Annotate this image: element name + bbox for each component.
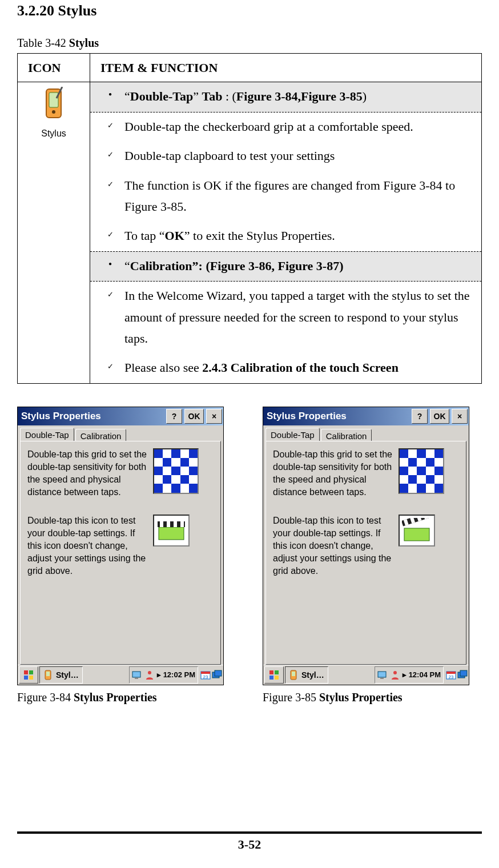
tab-calibration[interactable]: Calibration [321,429,372,442]
dialog-title: Stylus Properties [21,411,164,422]
dialog-title: Stylus Properties [267,411,409,422]
svg-text:23: 23 [449,674,454,680]
svg-rect-37 [380,678,384,679]
tab-strip: Double-TapCalibration [263,425,469,441]
svg-rect-23 [215,670,222,676]
taskbar: Styl…▸12:04 PM23 [263,665,469,685]
bullet-icon [96,86,124,105]
tray-arrow: ▸ [403,670,407,679]
svg-rect-8 [174,521,177,527]
svg-rect-40 [446,672,456,674]
clapboard-closed-icon[interactable] [153,515,190,546]
table-header-item: ITEM & FUNCTION [90,54,482,82]
taskbar: Styl…▸12:02 PM23 [18,665,223,685]
calendar-icon[interactable]: 23 [446,670,456,680]
svg-rect-17 [135,678,138,679]
table-item: In the Welcome Wizard, you tapped a targ… [90,282,481,353]
stylus-table: ICON ITEM & FUNCTION Stylus “Dou [17,53,482,384]
check-icon [96,116,124,134]
tab-calibration[interactable]: Calibration [75,429,127,442]
svg-rect-10 [24,670,28,674]
test-icon-description: Double-tap this icon to test your double… [273,515,393,577]
svg-point-2 [52,110,55,114]
table-subheader: “Double-Tap” Tab : (Figure 3-84,Figure 3… [90,82,481,112]
check-icon [96,357,124,375]
icon-caption: Stylus [28,126,79,141]
calendar-icon[interactable]: 23 [200,670,211,680]
screenshot-row: Stylus Properties?OK×Double-TapCalibrati… [17,407,482,704]
table-item: The function is OK if the figures are ch… [90,171,481,222]
figure-caption: Figure 3-84 Stylus Properties [17,691,228,704]
tab-double-tap[interactable]: Double-Tap [20,428,74,441]
item-text: “Double-Tap” Tab : (Figure 3-84,Figure 3… [124,86,476,107]
system-tray[interactable]: ▸12:04 PM [375,666,444,684]
close-button[interactable]: × [206,409,222,424]
icon-cell: Stylus [18,82,90,383]
table-item: To tap “OK” to exit the Stylus Propertie… [90,222,481,251]
system-tray[interactable]: ▸12:02 PM [129,666,198,684]
svg-rect-30 [269,670,273,674]
table-item: Please also see 2.4.3 Calibration of the… [90,353,481,383]
grid-description: Double-tap this grid to set the double-t… [273,448,393,499]
help-button[interactable]: ? [412,409,428,424]
clock: 12:04 PM [409,670,441,679]
taskbar-app-button[interactable]: Styl… [39,666,83,684]
clapboard-open-icon[interactable] [399,515,435,546]
stylus-properties-dialog: Stylus Properties?OK×Double-TapCalibrati… [17,407,224,685]
svg-point-38 [393,671,397,674]
ok-button[interactable]: OK [430,409,449,424]
svg-rect-11 [29,670,33,674]
svg-point-18 [148,671,151,674]
check-icon [96,285,124,303]
dialog-body: Double-tap this grid to set the double-t… [265,441,466,665]
svg-rect-36 [378,672,386,677]
titlebar: Stylus Properties?OK× [18,407,223,425]
ok-button[interactable]: OK [184,409,204,424]
check-icon [96,225,124,243]
svg-rect-12 [24,676,28,680]
item-text: Double-tap the checkerboard grip at a co… [124,116,476,137]
tab-double-tap[interactable]: Double-Tap [265,428,320,441]
svg-rect-35 [292,672,295,676]
person-icon [390,670,400,680]
taskbar-app-button[interactable]: Styl… [285,666,328,684]
item-text: In the Welcome Wizard, you tapped a targ… [124,285,476,349]
check-icon [96,175,124,193]
double-tap-grid[interactable] [153,448,199,494]
bullet-icon [96,255,124,274]
windows-icon[interactable] [457,670,468,680]
svg-rect-32 [269,676,273,680]
svg-rect-9 [180,521,184,527]
svg-rect-7 [167,521,170,527]
grid-description: Double-tap this grid to set the double-t… [27,448,147,499]
tab-strip: Double-TapCalibration [18,425,223,441]
person-icon [144,670,155,680]
table-item: Double-tap clapboard to test your settin… [90,142,481,171]
svg-rect-16 [132,672,140,677]
page-root: 3.2.20 Stylus Table 3-42 Stylus ICON ITE… [0,0,499,868]
svg-rect-15 [46,672,50,676]
windows-icon[interactable] [212,670,222,680]
start-button[interactable] [264,666,284,684]
help-button[interactable]: ? [166,409,182,424]
start-button[interactable] [19,666,38,684]
item-text: To tap “OK” to exit the Stylus Propertie… [124,225,476,246]
svg-text:23: 23 [203,674,208,680]
item-text: Please also see 2.4.3 Calibration of the… [124,357,476,378]
titlebar: Stylus Properties?OK× [263,407,469,425]
close-button[interactable]: × [452,409,468,424]
page-number: 3-52 [238,837,261,851]
stylus-icon [39,87,68,124]
item-text: “Calibration”: (Figure 3-86, Figure 3-87… [124,255,476,276]
screenshot-column: Stylus Properties?OK×Double-TapCalibrati… [263,407,474,704]
test-icon-description: Double-tap this icon to test your double… [27,515,147,577]
svg-rect-31 [275,670,279,674]
taskbar-indicators: 23 [446,670,468,680]
tray-arrow: ▸ [157,670,161,679]
desktop-icon [132,670,142,680]
double-tap-grid[interactable] [399,448,444,494]
svg-rect-43 [460,670,467,676]
content-cell: “Double-Tap” Tab : (Figure 3-84,Figure 3… [90,82,482,383]
taskbar-app-label: Styl… [301,670,324,680]
screenshot-column: Stylus Properties?OK×Double-TapCalibrati… [17,407,228,704]
